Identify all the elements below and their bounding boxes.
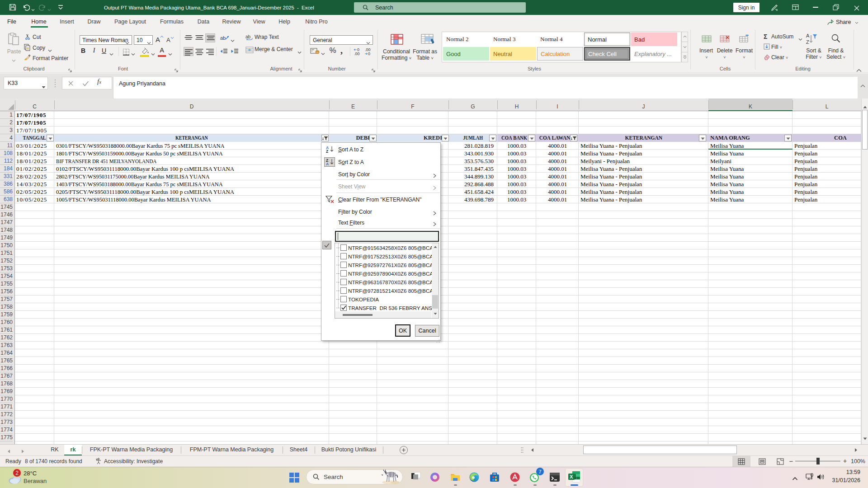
svg-text:.00: .00 [354, 52, 360, 56]
svg-text:Z: Z [326, 149, 328, 153]
svg-text:A: A [806, 33, 810, 38]
svg-text:X: X [570, 474, 573, 479]
svg-text:ab: ab [220, 35, 226, 41]
svg-text:A: A [326, 162, 329, 166]
svg-text:Z: Z [806, 39, 809, 45]
svg-text:ab: ab [245, 34, 251, 39]
